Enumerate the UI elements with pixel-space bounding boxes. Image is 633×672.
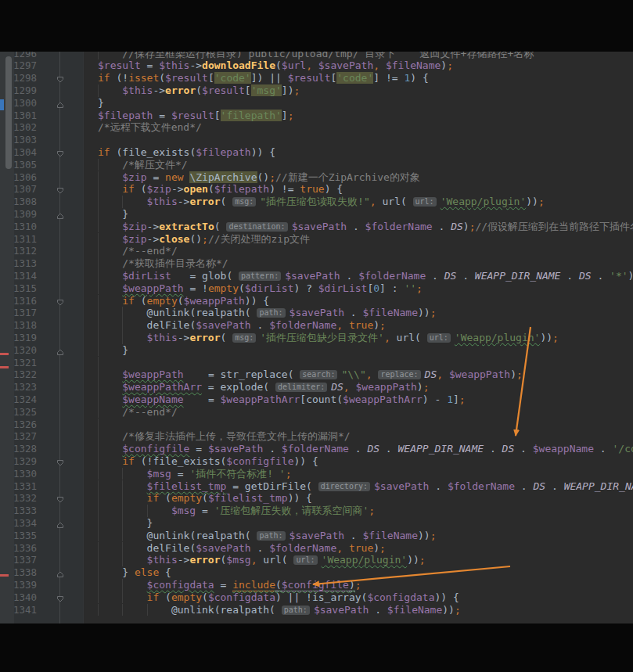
line-number[interactable]: 1337 [0, 554, 37, 566]
code-line[interactable]: 1331$filelist_tmp = getDirFile( director… [0, 480, 633, 493]
code-line[interactable]: 1329if (!file_exists($configfile)) { [0, 455, 633, 468]
code-line[interactable]: 1314$dirList = glob( pattern:$savePath .… [0, 270, 633, 282]
line-number[interactable]: 1332 [0, 492, 37, 505]
code-line[interactable]: 1337$this->error($msg, url( url:'Weapp/p… [0, 554, 633, 566]
code-line[interactable]: 1330$msg = '插件不符合标准! '; [0, 468, 633, 480]
code-line[interactable]: 1334} [0, 517, 633, 530]
line-number[interactable]: 1328 [0, 443, 37, 455]
fold-end-icon[interactable] [56, 210, 64, 218]
fold-collapse-icon[interactable] [56, 74, 64, 82]
fold-collapse-icon[interactable] [56, 494, 64, 502]
code-line[interactable]: 1298if (!isset($result['code']) || $resu… [0, 72, 633, 84]
code-line[interactable]: 1335@unlink(realpath( path:$savePath . $… [0, 530, 633, 542]
line-number[interactable]: 1318 [0, 319, 37, 332]
fold-end-icon[interactable] [56, 569, 64, 577]
code-line[interactable]: 1340if (empty($configdata) || !is_array(… [0, 591, 633, 604]
line-number[interactable]: 1340 [0, 591, 37, 604]
code-line[interactable]: 1328$configfile = $savePath . $folderNam… [0, 443, 633, 455]
line-number[interactable]: 1338 [0, 566, 37, 579]
line-number[interactable]: 1316 [0, 295, 37, 307]
line-number[interactable]: 1339 [0, 579, 37, 591]
line-number[interactable]: 1299 [0, 84, 37, 97]
fold-collapse-icon[interactable] [56, 149, 64, 156]
code-line[interactable]: 1326 [0, 419, 633, 431]
code-line[interactable]: 1305/*解压文件*/ [0, 159, 633, 171]
line-number[interactable]: 1307 [0, 183, 37, 196]
fold-end-icon[interactable] [56, 347, 64, 354]
line-number[interactable]: 1324 [0, 393, 37, 406]
code-line[interactable]: 1316if (empty($weappPath)) { [0, 295, 633, 307]
code-line[interactable]: 1310$zip->extractTo( destination:$savePa… [0, 221, 633, 233]
line-number[interactable]: 1302 [0, 121, 37, 134]
line-number[interactable]: 1311 [0, 233, 37, 246]
line-number[interactable]: 1304 [0, 146, 37, 159]
line-number[interactable]: 1300 [0, 97, 37, 110]
code-line[interactable]: 1312/*--end*/ [0, 245, 633, 257]
line-number[interactable]: 1322 [0, 368, 37, 381]
code-line[interactable]: 1325/*--end*/ [0, 406, 633, 419]
fold-collapse-icon[interactable] [56, 594, 64, 602]
line-number[interactable]: 1329 [0, 455, 37, 468]
code-line[interactable]: 1297$result = $this->downloadFile($url, … [0, 59, 633, 72]
line-number[interactable]: 1298 [0, 72, 37, 84]
code-line[interactable]: 1318delFile($savePath . $folderName, tru… [0, 319, 633, 332]
code-line[interactable]: 1317@unlink(realpath( path:$savePath . $… [0, 307, 633, 319]
code-line[interactable]: 1303 [0, 134, 633, 146]
code-line[interactable]: 1333$msg = '压缩包解压失败，请联系空间商'; [0, 505, 633, 517]
line-number[interactable]: 1308 [0, 196, 37, 208]
code-line[interactable]: 1319$this->error( msg:'插件压缩包缺少目录文件', url… [0, 332, 633, 344]
line-number[interactable]: 1317 [0, 307, 37, 319]
line-number[interactable]: 1323 [0, 381, 37, 393]
line-number[interactable]: 1305 [0, 159, 37, 171]
line-number[interactable]: 1333 [0, 505, 37, 517]
line-number[interactable]: 1327 [0, 430, 37, 443]
fold-end-icon[interactable] [56, 519, 64, 527]
line-number[interactable]: 1330 [0, 468, 37, 480]
line-number[interactable]: 1334 [0, 517, 37, 530]
line-number[interactable]: 1297 [0, 59, 37, 72]
line-number[interactable]: 1315 [0, 282, 37, 295]
code-line[interactable]: 1321 [0, 357, 633, 369]
code-line[interactable]: 1322$weappPath = str_replace( search:"\\… [0, 368, 633, 381]
line-number[interactable]: 1314 [0, 270, 37, 282]
code-line[interactable]: 1308$this->error( msg:"插件压缩包读取失败!", url(… [0, 196, 633, 208]
code-line[interactable]: 1302/*远程下载文件end*/ [0, 121, 633, 134]
code-line[interactable]: 1301$filepath = $result['filepath']; [0, 110, 633, 122]
code-line[interactable]: 1320} [0, 344, 633, 357]
code-line[interactable]: 1306$zip = new \ZipArchive();//新建一个ZipAr… [0, 171, 633, 184]
code-line[interactable]: 1338} else { [0, 566, 633, 579]
line-number[interactable]: 1331 [0, 480, 37, 493]
line-number[interactable]: 1313 [0, 257, 37, 270]
code-line[interactable]: 1324$weappName = $weappPathArr[count($we… [0, 393, 633, 406]
code-line[interactable]: 1339$configdata = include($configfile); [0, 579, 633, 591]
code-line[interactable]: 1300} [0, 97, 633, 110]
fold-collapse-icon[interactable] [56, 297, 64, 305]
code-line[interactable]: 1299$this->error($result['msg']); [0, 84, 633, 97]
line-number[interactable]: 1325 [0, 406, 37, 419]
code-line[interactable]: 1311$zip->close();//关闭处理的zip文件 [0, 233, 633, 246]
code-line[interactable]: 1307if ($zip->open($filepath) != true) { [0, 183, 633, 196]
fold-end-icon[interactable] [56, 99, 64, 107]
code-line[interactable]: 1313/*获取插件目录名称*/ [0, 257, 633, 270]
code-line[interactable]: 1323$weappPathArr = explode( delimiter:D… [0, 381, 633, 393]
code-line[interactable]: 1336delFile($savePath . $folderName, tru… [0, 542, 633, 555]
code-line[interactable]: 1309} [0, 208, 633, 221]
line-number[interactable]: 1306 [0, 171, 37, 184]
code-line[interactable]: 1341@unlink(realpath( path:$savePath . $… [0, 604, 633, 616]
line-number[interactable]: 1312 [0, 245, 37, 257]
line-number[interactable]: 1319 [0, 332, 37, 344]
fold-collapse-icon[interactable] [56, 458, 64, 465]
code-line[interactable]: 1315$weappPath = !empty($dirList) ? $dir… [0, 282, 633, 295]
line-number[interactable]: 1309 [0, 208, 37, 221]
fold-collapse-icon[interactable] [56, 185, 64, 193]
line-number[interactable]: 1310 [0, 221, 37, 233]
line-number[interactable]: 1301 [0, 110, 37, 122]
line-number[interactable]: 1341 [0, 604, 37, 616]
line-number[interactable]: 1335 [0, 530, 37, 542]
code-line[interactable]: 1327/*修复非法插件上传，导致任意文件上传的漏洞*/ [0, 430, 633, 443]
code-line[interactable]: 1332if (empty($filelist_tmp)) { [0, 492, 633, 505]
line-number[interactable]: 1336 [0, 542, 37, 555]
code-line[interactable]: 1304if (file_exists($filepath)) { [0, 146, 633, 159]
line-number[interactable]: 1303 [0, 134, 37, 146]
line-number[interactable]: 1326 [0, 419, 37, 431]
